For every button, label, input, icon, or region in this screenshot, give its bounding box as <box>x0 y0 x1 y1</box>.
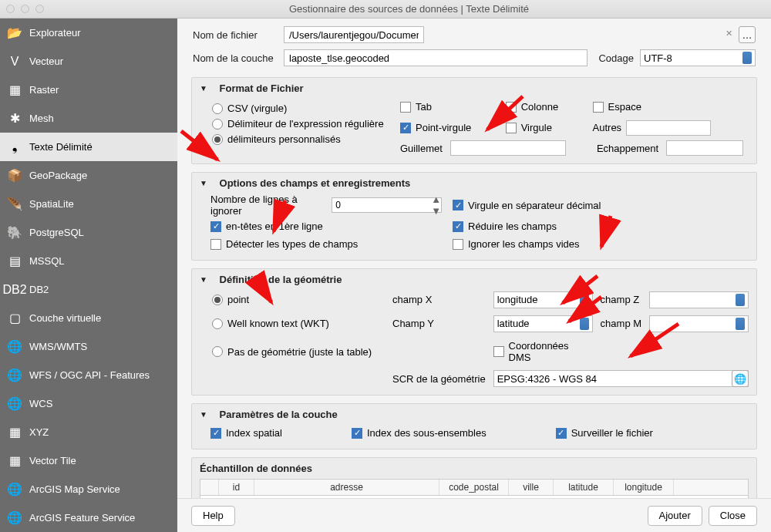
crs-label: SCR de la géométrie <box>392 373 486 385</box>
sidebar-item-spatialite[interactable]: 🪶SpatiaLite <box>0 190 177 218</box>
y-select[interactable]: latitude <box>493 315 593 332</box>
radio-icon <box>212 318 223 329</box>
sidebar-item-label: WFS / OGC API - Features <box>29 369 150 381</box>
chk-subset-index[interactable]: Index des sous-ensembles <box>352 427 487 439</box>
sidebar-item-texte-d-limit-[interactable]: ❟Texte Délimité <box>0 133 177 161</box>
skip-label: Nombre de lignes à ignorer <box>210 194 325 217</box>
sidebar-item-arcgis-map-service[interactable]: 🌐ArcGIS Map Service <box>0 475 177 503</box>
checkbox-icon <box>493 346 504 357</box>
skip-spinbox[interactable]: ▲▼ <box>332 197 442 213</box>
sidebar-item-wcs[interactable]: 🌐WCS <box>0 389 177 418</box>
checkbox-icon <box>352 428 362 439</box>
chk-tab[interactable]: Tab <box>400 101 475 113</box>
sidebar-item-icon: 🌐 <box>6 367 23 384</box>
sidebar-item-couche-virtuelle[interactable]: ▢Couche virtuelle <box>0 304 177 332</box>
others-input[interactable] <box>626 120 711 136</box>
m-select[interactable] <box>649 315 749 332</box>
chk-spatial-index[interactable]: Index spatial <box>210 427 282 439</box>
sidebar-item-label: Explorateur <box>29 27 80 39</box>
sidebar-item-wms-wmts[interactable]: 🌐WMS/WMTS <box>0 332 177 361</box>
sidebar-item-label: Vector Tile <box>29 455 76 466</box>
checkbox-icon <box>210 239 221 250</box>
radio-point[interactable]: point <box>212 294 385 305</box>
radio-custom-delim[interactable]: délimiteurs personnalisés <box>212 133 400 145</box>
close-button[interactable]: Close <box>709 506 757 526</box>
chk-decimal[interactable]: Virgule en séparateur décimal <box>453 196 749 214</box>
sidebar-item-label: WMS/WMTS <box>29 341 87 352</box>
sidebar-item-icon: 🌐 <box>6 481 23 498</box>
group-sample-header[interactable]: Échantillon de données <box>200 463 749 474</box>
sidebar-item-xyz[interactable]: ▦XYZ <box>0 418 177 446</box>
table-header: idadressecode_postalvillelatitudelongitu… <box>200 480 748 496</box>
sidebar: 📂ExplorateurVVecteur▦Raster✱Mesh❟Texte D… <box>0 19 177 532</box>
help-button[interactable]: Help <box>191 506 235 526</box>
group-sample: Échantillon de données idadressecode_pos… <box>191 457 757 498</box>
group-format-header[interactable]: Format de Fichier <box>200 82 749 94</box>
group-layer-params-header[interactable]: Paramètres de la couche <box>200 409 749 420</box>
group-geometry: Définition de la géométrie point champ X… <box>191 268 757 396</box>
crs-select[interactable]: EPSG:4326 - WGS 84 <box>493 370 749 387</box>
radio-csv[interactable]: CSV (virgule) <box>212 103 400 114</box>
checkbox-icon <box>210 428 221 439</box>
sidebar-item-db2[interactable]: DB2DB2 <box>0 275 177 304</box>
escape-input[interactable] <box>666 140 743 156</box>
chk-detect[interactable]: Détecter les types de champs <box>210 238 442 250</box>
sidebar-item-wfs-ogc-api-features[interactable]: 🌐WFS / OGC API - Features <box>0 361 177 389</box>
sidebar-item-label: ArcGIS Feature Service <box>29 512 135 524</box>
x-select[interactable]: longitude <box>493 291 593 308</box>
group-records-header[interactable]: Options des champs et enregistrements <box>200 177 749 189</box>
radio-wkt[interactable]: Well known text (WKT) <box>212 318 385 329</box>
chk-header[interactable]: en-têtes en 1ère ligne <box>210 221 442 232</box>
skip-value[interactable] <box>332 199 431 211</box>
sidebar-item-arcgis-feature-service[interactable]: 🌐ArcGIS Feature Service <box>0 503 177 532</box>
traffic-close[interactable] <box>6 5 15 13</box>
chk-colonne[interactable]: Colonne <box>506 101 562 113</box>
sidebar-item-postgresql[interactable]: 🐘PostgreSQL <box>0 218 177 247</box>
others-label: Autres <box>593 122 622 133</box>
radio-icon <box>212 346 223 357</box>
sidebar-item-raster[interactable]: ▦Raster <box>0 76 177 104</box>
chk-espace[interactable]: Espace <box>593 101 715 113</box>
group-geometry-header[interactable]: Définition de la géométrie <box>200 274 749 285</box>
chk-ignore-empty[interactable]: Ignorer les champs vides <box>453 238 749 250</box>
sidebar-item-mssql[interactable]: ▤MSSQL <box>0 247 177 275</box>
table-col-adresse: adresse <box>254 480 439 495</box>
browse-button[interactable]: … <box>739 26 756 43</box>
filename-input[interactable] <box>284 26 424 43</box>
chk-watch-file[interactable]: Surveiller le fichier <box>556 427 653 439</box>
radio-no-geom[interactable]: Pas de géométrie (juste la table) <box>212 346 385 358</box>
sidebar-item-explorateur[interactable]: 📂Explorateur <box>0 19 177 47</box>
traffic-max[interactable] <box>35 5 44 13</box>
sidebar-item-vecteur[interactable]: VVecteur <box>0 47 177 76</box>
crs-picker-button[interactable]: 🌐 <box>732 370 749 387</box>
sidebar-item-icon: 🌐 <box>6 510 23 527</box>
table-col-ville: ville <box>509 480 554 495</box>
filename-label: Nom de fichier <box>193 29 284 41</box>
sidebar-item-label: XYZ <box>29 426 49 438</box>
chk-trim[interactable]: Réduire les champs <box>453 221 749 232</box>
titlebar: Gestionnaire des sources de données | Te… <box>0 0 771 19</box>
sidebar-item-label: Texte Délimité <box>29 141 93 153</box>
sidebar-item-icon: ▤ <box>6 253 23 270</box>
z-select[interactable] <box>649 291 749 308</box>
add-button[interactable]: Ajouter <box>648 506 702 526</box>
quote-input[interactable] <box>450 140 566 156</box>
spin-arrows-icon[interactable]: ▲▼ <box>431 194 441 217</box>
radio-regex[interactable]: Délimiteur de l'expression régulière <box>212 118 400 130</box>
chk-semicolon[interactable]: Point-virgule <box>400 122 475 133</box>
encoding-select[interactable]: UTF-8 <box>640 49 756 66</box>
chk-dms[interactable]: Coordonnées DMS <box>493 340 593 363</box>
sidebar-item-label: GeoPackage <box>29 170 87 181</box>
sidebar-item-vector-tile[interactable]: ▦Vector Tile <box>0 446 177 475</box>
checkbox-icon <box>506 102 517 113</box>
table-col-longitude: longitude <box>614 480 674 495</box>
sidebar-item-mesh[interactable]: ✱Mesh <box>0 104 177 133</box>
checkbox-icon <box>593 102 604 113</box>
layername-input[interactable] <box>284 49 588 66</box>
traffic-min[interactable] <box>21 5 29 13</box>
chk-virgule[interactable]: Virgule <box>506 122 562 133</box>
sidebar-item-icon: 🌐 <box>6 338 23 355</box>
sidebar-item-label: Vecteur <box>29 56 63 67</box>
sidebar-item-icon: ✱ <box>6 110 23 127</box>
sidebar-item-geopackage[interactable]: 📦GeoPackage <box>0 161 177 190</box>
